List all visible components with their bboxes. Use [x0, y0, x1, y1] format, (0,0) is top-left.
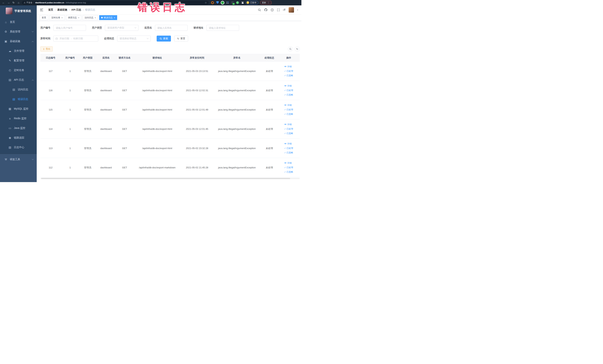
search-button[interactable]: 搜索 [157, 35, 171, 42]
sidebar-item-trace[interactable]: ◉链路追踪 [0, 133, 37, 143]
close-icon[interactable]: × [61, 16, 63, 19]
breadcrumb-item[interactable]: API 日志 [71, 8, 81, 12]
action-processed-link[interactable]: ✓已处理 [284, 108, 293, 111]
action-detail-link[interactable]: 详细 [284, 123, 291, 126]
export-button[interactable]: ↧ 导出 [40, 46, 53, 52]
horizontal-scrollbar[interactable] [40, 178, 300, 179]
action-ignored-link[interactable]: ✓已忽略 [284, 93, 293, 96]
sidebar-item-schedule-job[interactable]: ◴定时任务 [0, 65, 37, 75]
close-icon[interactable]: × [94, 16, 96, 19]
menu-dots-icon[interactable]: ⋮ [267, 1, 270, 4]
address-bar[interactable]: ⚠不安全 dashboard.yudao.iocoder.cn/infra/lo… [22, 1, 209, 5]
action-processed-link[interactable]: ✓已处理 [284, 147, 293, 150]
extension-leaf-icon[interactable] [236, 1, 239, 4]
view-tab[interactable]: 访问日志× [82, 15, 98, 20]
action-processed-link[interactable]: ✓已处理 [284, 89, 293, 92]
action-processed-link[interactable]: ✓已处理 [284, 166, 293, 169]
action-ignored-link[interactable]: ✓已忽略 [284, 151, 293, 154]
exception-time-cell: 2021-05-03 12:01:45 [181, 119, 213, 139]
action-ignored-link[interactable]: ✓已忽略 [284, 170, 293, 174]
action-detail-link[interactable]: 详细 [284, 65, 291, 68]
column-header: 用户类型 [79, 54, 96, 61]
action-ignored-link[interactable]: ✓已忽略 [284, 74, 293, 77]
sidebar-item-dev-tools[interactable]: ⚒研发工具 [0, 155, 37, 164]
forward-icon[interactable]: → [7, 1, 10, 4]
sidebar-item-access-log[interactable]: ▤访问日志 [0, 85, 37, 94]
action-detail-link[interactable]: 详细 [284, 142, 291, 145]
sidebar-item-java-monitor[interactable]: ▭Java 监控 [0, 123, 37, 133]
request-method-cell: GET [116, 158, 133, 177]
search-icon[interactable] [258, 8, 261, 12]
user-avatar[interactable] [289, 7, 294, 13]
sidebar-bottom-section: ⚒研发工具 [0, 154, 37, 182]
chevron-down-icon[interactable]: ▾ [297, 9, 298, 11]
sidebar-item-gear[interactable]: ⚙系统管理 [0, 27, 37, 36]
action-detail-link[interactable]: 详细 [284, 84, 291, 88]
chevron-down-icon [135, 26, 136, 28]
exception-time-range-picker[interactable]: 开始日期 - 结束日期 [53, 35, 98, 42]
sidebar-item-config-manage[interactable]: ✎配置管理 [0, 56, 37, 65]
github-icon[interactable] [264, 8, 267, 12]
extensions-puzzle-icon[interactable] [241, 1, 244, 4]
action-ignored-link[interactable]: ✓已忽略 [284, 113, 293, 116]
user-type-select[interactable]: 请选择用户类型 [105, 25, 139, 31]
app-name-cell: dashboard [96, 81, 116, 100]
breadcrumb-item[interactable]: 首页 [48, 8, 53, 12]
start-date-placeholder: 开始日期 [59, 37, 69, 40]
request-url-cell: /api/infra/db-doc/export-html [133, 100, 181, 119]
scrollbar-thumb[interactable] [41, 178, 290, 179]
close-icon[interactable]: × [114, 16, 115, 19]
sidebar-item-api-log[interactable]: ▤API 日志 [0, 75, 37, 85]
request-url-input[interactable] [207, 25, 239, 31]
toggle-search-button[interactable] [288, 47, 293, 52]
sidebar-item-home[interactable]: ⌂首页 [0, 17, 37, 27]
security-warning[interactable]: ⚠不安全 [24, 1, 33, 4]
extension-grid-icon[interactable] [226, 1, 229, 4]
sidebar-item-mysql-monitor[interactable]: ▦MySQL 监控 [0, 104, 37, 114]
extension-switch-icon[interactable] [231, 1, 234, 4]
home-icon[interactable]: ⌂ [17, 1, 20, 4]
sidebar-item-redis-monitor[interactable]: ≡Redis 监控 [0, 114, 37, 123]
refresh-table-button[interactable]: ↻ [295, 47, 300, 52]
sidebar-item-log-center[interactable]: ▧日志中心 [0, 143, 37, 152]
breadcrumb-item[interactable]: 基础设施 [57, 8, 67, 12]
reload-icon[interactable]: ↻ [12, 1, 15, 4]
action-processed-link[interactable]: ✓已处理 [284, 127, 293, 130]
close-icon[interactable]: × [78, 16, 80, 19]
extension-shield-icon[interactable] [216, 1, 219, 4]
process-status-select[interactable]: 请选择处理状态 [117, 35, 151, 42]
action-ignored-link[interactable]: ✓已忽略 [284, 132, 293, 135]
view-tab[interactable]: 首页 [40, 15, 48, 20]
reset-button[interactable]: ↻ 重置 [174, 35, 188, 42]
app-logo-area[interactable]: 芋道管理系统 [0, 5, 37, 16]
exception-name-cell: java.lang.IllegalArgumentException [213, 158, 261, 177]
user-id-label: 用户编号 [40, 26, 50, 29]
profile-paused-badge[interactable]: 已暂停 [246, 1, 258, 5]
font-size-icon[interactable]: TT [283, 8, 285, 11]
log-id-cell: 115 [40, 100, 61, 119]
sidebar-item-label: 访问日志 [18, 88, 28, 91]
user-id-input[interactable] [53, 25, 86, 31]
back-icon[interactable]: ← [2, 1, 5, 4]
fullscreen-icon[interactable] [277, 9, 280, 11]
browser-update-button[interactable]: 更新 ⋮ [260, 1, 272, 5]
extension-orange-icon[interactable] [211, 1, 214, 4]
app-name-input[interactable] [155, 25, 188, 31]
view-tab[interactable]: 定时任务× [49, 15, 65, 20]
breadcrumb-separator: / [69, 9, 70, 11]
collapse-sidebar-icon[interactable] [40, 9, 43, 11]
action-detail-link[interactable]: 详细 [284, 162, 291, 165]
action-detail-link[interactable]: 详细 [284, 104, 291, 107]
action-processed-link[interactable]: ✓已处理 [284, 70, 293, 73]
bookmark-star-icon[interactable]: ☆ [205, 1, 207, 4]
view-tab[interactable]: 错误日志× [99, 15, 117, 20]
sidebar-item-infrastructure[interactable]: ▣基础设施 [0, 36, 37, 46]
extension-green-icon[interactable] [221, 1, 224, 4]
browser-toolbar: ← → ↻ ⌂ ⚠不安全 dashboard.yudao.iocoder.cn/… [0, 0, 302, 5]
config-manage-icon: ✎ [8, 59, 12, 62]
view-tab[interactable]: 调度日志× [66, 15, 81, 20]
help-icon[interactable]: ? [271, 8, 274, 12]
sidebar-item-error-log[interactable]: ▤错误日志 [0, 94, 37, 104]
sidebar-item-file-manage[interactable]: ☁文件管理 [0, 46, 37, 56]
column-header: 请求方法名 [116, 54, 133, 61]
